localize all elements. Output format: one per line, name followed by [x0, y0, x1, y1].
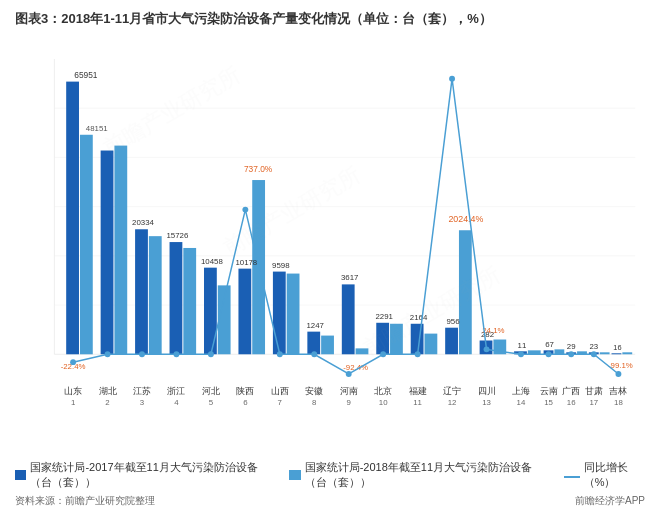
svg-text:9598: 9598: [272, 261, 290, 270]
bar-2018-12: [459, 230, 472, 354]
svg-text:5: 5: [209, 398, 214, 407]
svg-text:2164: 2164: [410, 313, 428, 322]
dot-6: [242, 207, 248, 213]
svg-text:16: 16: [613, 343, 621, 352]
legend-item-growth: 同比增长（%）: [564, 460, 645, 490]
dot-17: [591, 351, 597, 357]
bar-2017-18: [612, 353, 622, 354]
chart-title: 图表3：2018年1-11月省市大气污染防治设备产量变化情况（单位：台（套），%…: [15, 10, 645, 28]
svg-text:2024.4%: 2024.4%: [448, 214, 483, 224]
dot-12: [449, 76, 455, 82]
svg-text:云南: 云南: [540, 386, 558, 396]
source-area: 资料来源：前瞻产业研究院整理 前瞻经济学APP: [15, 494, 645, 508]
svg-text:陕西: 陕西: [236, 386, 254, 396]
svg-text:山西: 山西: [271, 386, 289, 396]
dot-5: [208, 351, 214, 357]
svg-text:河北: 河北: [202, 386, 220, 396]
dot-10: [380, 351, 386, 357]
svg-text:13: 13: [482, 398, 491, 407]
svg-text:3617: 3617: [341, 273, 358, 282]
svg-text:河南: 河南: [340, 386, 358, 396]
svg-text:9: 9: [347, 398, 351, 407]
svg-text:湖北: 湖北: [99, 386, 117, 396]
legend-label-2018: 国家统计局-2018年截至11月大气污染防治设备（台（套））: [305, 460, 544, 490]
legend-item-2017: 国家统计局-2017年截至11月大气污染防治设备（台（套））: [15, 460, 269, 490]
svg-text:29: 29: [567, 342, 576, 351]
svg-text:10: 10: [379, 398, 388, 407]
svg-text:10178: 10178: [235, 258, 257, 267]
dot-9: [346, 371, 352, 377]
legend-label-2017: 国家统计局-2017年截至11月大气污染防治设备（台（套））: [30, 460, 269, 490]
dot-13: [484, 346, 490, 352]
svg-text:安徽: 安徽: [305, 386, 323, 396]
svg-text:4: 4: [174, 398, 179, 407]
bar-2018-7: [287, 274, 300, 355]
svg-text:737.0%: 737.0%: [244, 164, 273, 174]
bar-2018-18: [622, 352, 632, 354]
bar-2018-3: [149, 236, 162, 354]
svg-text:20334: 20334: [132, 218, 154, 227]
svg-text:48151: 48151: [86, 124, 108, 133]
bar-2017-2: [101, 151, 114, 355]
legend-box-2018: [289, 470, 300, 480]
svg-text:广西: 广西: [562, 386, 580, 396]
svg-text:福建: 福建: [409, 386, 427, 396]
bar-2018-2: [114, 146, 127, 355]
svg-text:10458: 10458: [201, 257, 223, 266]
dot-14: [518, 351, 524, 357]
svg-text:3: 3: [140, 398, 145, 407]
dot-11: [415, 351, 421, 357]
svg-text:16: 16: [567, 398, 576, 407]
chart-svg: 65951 48151 -22.4% 20334 15726 10458 101: [15, 36, 645, 456]
bar-2017-6: [238, 269, 251, 355]
svg-text:23: 23: [589, 342, 598, 351]
legend-label-growth: 同比增长（%）: [584, 460, 645, 490]
svg-text:24.1%: 24.1%: [482, 326, 504, 335]
svg-text:18: 18: [614, 398, 623, 407]
svg-text:2291: 2291: [375, 312, 392, 321]
svg-text:15726: 15726: [166, 231, 188, 240]
dot-1: [70, 359, 76, 365]
legend-area: 国家统计局-2017年截至11月大气污染防治设备（台（套）） 国家统计局-201…: [15, 460, 645, 490]
bar-2018-11: [425, 334, 438, 355]
svg-text:1247: 1247: [306, 321, 323, 330]
dot-16: [568, 351, 574, 357]
bar-2017-4: [170, 242, 183, 354]
svg-text:67: 67: [545, 340, 554, 349]
svg-text:8: 8: [312, 398, 317, 407]
main-container: 图表3：2018年1-11月省市大气污染防治设备产量变化情况（单位：台（套），%…: [0, 0, 660, 531]
svg-text:15: 15: [544, 398, 553, 407]
svg-text:1: 1: [71, 398, 75, 407]
bar-2018-4: [183, 248, 196, 354]
dot-2: [105, 351, 111, 357]
svg-text:12: 12: [448, 398, 457, 407]
dot-15: [546, 351, 552, 357]
svg-text:北京: 北京: [374, 386, 392, 396]
bar-2017-5: [204, 268, 217, 355]
svg-text:辽宁: 辽宁: [443, 386, 461, 396]
svg-text:浙江: 浙江: [167, 386, 185, 396]
dot-18: [615, 371, 621, 377]
svg-text:17: 17: [589, 398, 598, 407]
svg-text:2: 2: [105, 398, 109, 407]
dot-3: [139, 351, 145, 357]
legend-box-2017: [15, 470, 26, 480]
chart-area: 前瞻产业研究所 前瞻产业研究所 前瞻产业研究所 65951 48151 -22.…: [15, 36, 645, 456]
bar-2018-8: [321, 336, 334, 355]
svg-text:甘肃: 甘肃: [585, 386, 603, 396]
dot-4: [173, 351, 179, 357]
svg-text:上海: 上海: [512, 386, 530, 396]
svg-text:山东: 山东: [64, 386, 82, 396]
bar-2018-10: [390, 324, 403, 355]
bar-2018-1: [80, 135, 93, 355]
bar-2017-7: [273, 272, 286, 355]
legend-line-growth: [564, 476, 580, 478]
dot-8: [311, 351, 317, 357]
bar-2018-9: [356, 348, 369, 354]
svg-text:14: 14: [517, 398, 526, 407]
svg-text:7: 7: [278, 398, 282, 407]
bar-2017-9: [342, 284, 355, 354]
svg-text:65951: 65951: [74, 70, 98, 80]
svg-text:四川: 四川: [478, 386, 496, 396]
bar-2017-10: [376, 323, 389, 355]
